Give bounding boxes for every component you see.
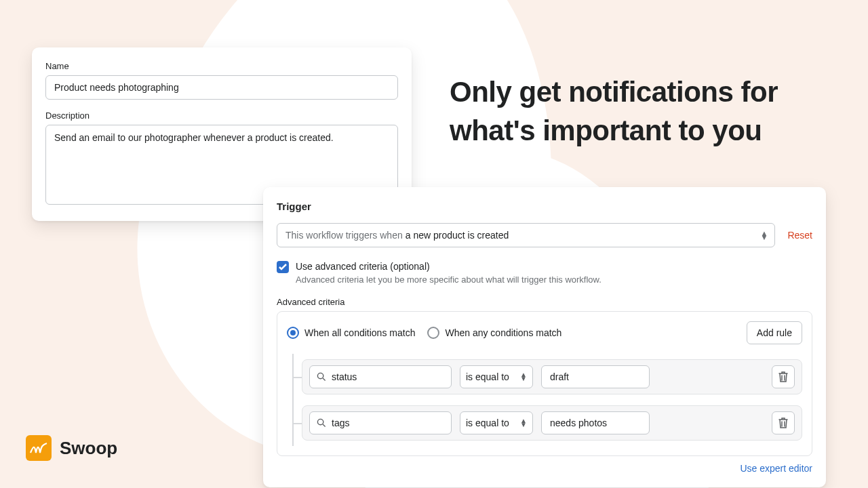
match-all-radio[interactable]: When all conditions match xyxy=(287,327,415,339)
match-any-label: When any conditions match xyxy=(445,327,561,338)
select-caret-icon: ▲▼ xyxy=(520,419,527,427)
rule-property-field[interactable]: tags xyxy=(309,411,452,434)
rule-property-field[interactable]: status xyxy=(309,365,452,388)
search-icon xyxy=(317,418,326,428)
trigger-title: Trigger xyxy=(277,201,812,212)
reset-link[interactable]: Reset xyxy=(787,230,812,241)
svg-line-1 xyxy=(323,378,326,381)
trash-icon xyxy=(778,371,788,382)
delete-rule-button[interactable] xyxy=(772,411,795,434)
svg-point-2 xyxy=(317,419,323,424)
svg-point-0 xyxy=(317,373,323,378)
description-label: Description xyxy=(45,110,398,121)
delete-rule-button[interactable] xyxy=(772,365,795,388)
advanced-criteria-label: Advanced criteria xyxy=(277,297,812,307)
criteria-box: When all conditions match When any condi… xyxy=(277,311,812,456)
svg-line-3 xyxy=(323,424,326,427)
select-caret-icon: ▲▼ xyxy=(520,373,527,381)
name-label: Name xyxy=(45,61,398,71)
brand-logo-icon xyxy=(26,435,52,461)
match-any-radio[interactable]: When any conditions match xyxy=(427,327,561,339)
radio-icon xyxy=(287,327,299,339)
rule-row: tags is equal to ▲▼ needs photos xyxy=(292,400,802,446)
rule-value-field[interactable]: needs photos xyxy=(541,411,650,434)
trash-icon xyxy=(778,418,788,428)
rule-operator-select[interactable]: is equal to ▲▼ xyxy=(460,365,533,388)
expert-editor-link[interactable]: Use expert editor xyxy=(277,463,812,474)
rule-operator-select[interactable]: is equal to ▲▼ xyxy=(460,411,533,434)
brand-name: Swoop xyxy=(60,438,117,459)
match-all-label: When all conditions match xyxy=(304,327,415,338)
trigger-select-value: a new product is created xyxy=(406,230,509,241)
advanced-criteria-checkbox[interactable] xyxy=(277,261,289,273)
rule-value-field[interactable]: draft xyxy=(541,365,650,388)
trigger-select-prefix: This workflow triggers when xyxy=(285,230,403,241)
rules-list: status is equal to ▲▼ draft xyxy=(292,354,802,446)
select-caret-icon: ▲▼ xyxy=(761,231,768,239)
rule-row: status is equal to ▲▼ draft xyxy=(292,354,802,400)
advanced-checkbox-label: Use advanced criteria (optional) xyxy=(296,261,601,272)
page-headline: Only get notifications for what's import… xyxy=(450,73,841,150)
brand: Swoop xyxy=(26,435,117,461)
radio-icon xyxy=(427,327,439,339)
trigger-card: Trigger This workflow triggers when a ne… xyxy=(263,187,826,487)
advanced-checkbox-help: Advanced criteria let you be more specif… xyxy=(296,274,601,285)
add-rule-button[interactable]: Add rule xyxy=(747,321,802,344)
search-icon xyxy=(317,372,326,382)
trigger-select[interactable]: This workflow triggers when a new produc… xyxy=(277,223,775,247)
name-input[interactable] xyxy=(45,75,398,100)
